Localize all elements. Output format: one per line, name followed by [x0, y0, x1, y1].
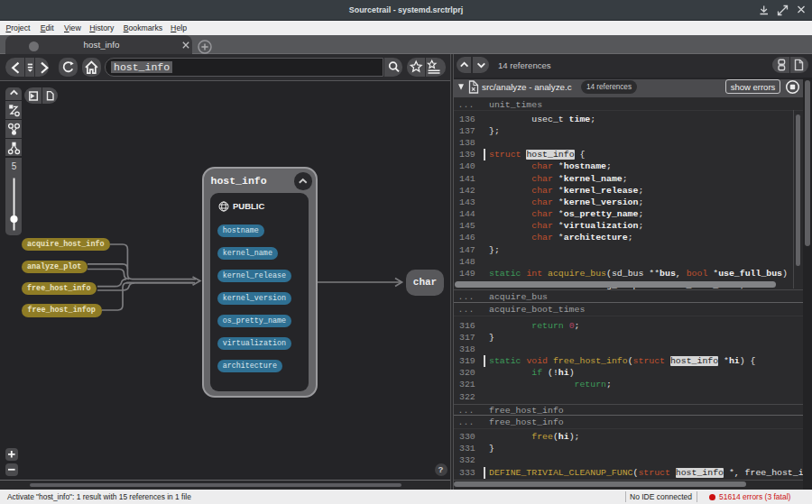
svg-text:5: 5 — [11, 161, 16, 171]
